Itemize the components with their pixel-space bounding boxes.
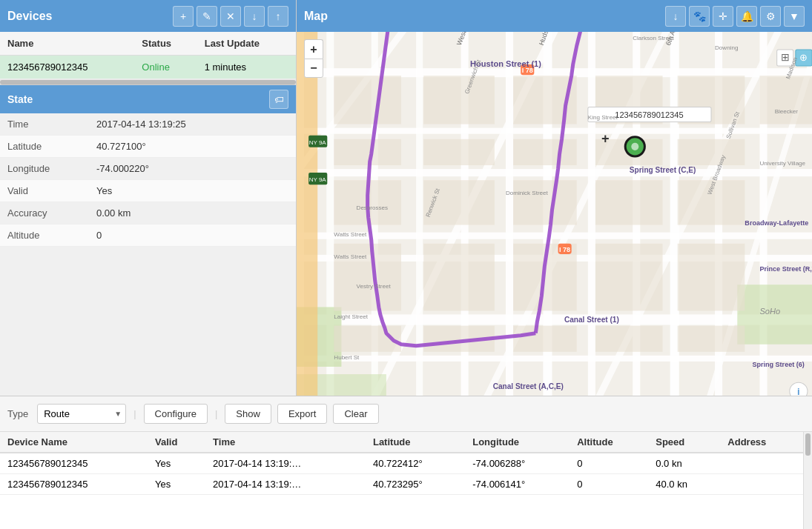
col-valid: Valid — [148, 432, 205, 453]
svg-rect-31 — [423, 76, 495, 124]
zoom-in-button[interactable]: + — [304, 39, 323, 59]
table-row[interactable]: 123456789012345 Online 1 minutes — [0, 56, 296, 79]
tag-button[interactable]: 🏷 — [269, 90, 288, 109]
state-table-container[interactable]: Time 2017-04-14 13:19:25 Latitude 40.727… — [0, 113, 296, 396]
map-area[interactable]: I 78 I 78 Houston Street (1) Spring Stre… — [297, 32, 812, 396]
val-accuracy: 0.00 km — [89, 202, 296, 224]
col-address: Address — [720, 432, 803, 453]
svg-text:Spring Street (6): Spring Street (6) — [752, 361, 804, 368]
attr-longitude: Longitude — [0, 158, 89, 180]
state-row-latitude: Latitude 40.727100° — [0, 136, 296, 158]
attr-altitude: Altitude — [0, 224, 89, 247]
main-layout: Devices + ✎ ✕ ↓ ↑ Name Status Last — [0, 0, 812, 529]
export-button[interactable]: Export — [277, 404, 328, 424]
col-device-name: Device Name — [0, 432, 148, 453]
svg-text:NY 9A: NY 9A — [309, 139, 327, 146]
row1-speed: 0.0 kn — [648, 453, 720, 474]
bottom-section: Type Route Events Trips Stops ▼ | Config… — [0, 396, 812, 529]
svg-text:Bleecker: Bleecker — [775, 108, 799, 115]
row1-time: 2017-04-14 13:19:… — [205, 453, 366, 474]
map-gear-button[interactable]: ⚙ — [760, 6, 781, 27]
svg-rect-30 — [334, 76, 401, 124]
svg-text:⊞: ⊞ — [781, 51, 790, 63]
val-time: 2017-04-14 13:19:25 — [89, 113, 296, 136]
svg-text:Watts Street: Watts Street — [334, 231, 367, 238]
svg-point-68 — [631, 143, 638, 150]
svg-rect-44 — [595, 180, 663, 224]
svg-rect-36 — [334, 139, 401, 165]
devices-table-container: Name Status Last Update 123456789012345 … — [0, 32, 296, 79]
svg-rect-50 — [678, 244, 745, 311]
svg-text:SoHo: SoHo — [759, 307, 780, 316]
device-name-cell: 123456789012345 — [0, 56, 134, 79]
col-time: Time — [205, 432, 366, 453]
map-crosshair-button[interactable]: ✛ — [713, 6, 733, 27]
col-longitude: Longitude — [465, 432, 570, 453]
row1-device-name: 123456789012345 — [0, 453, 148, 474]
svg-text:Laight Street: Laight Street — [334, 313, 368, 320]
svg-text:I 78: I 78 — [559, 246, 570, 253]
device-last-update-cell: 1 minutes — [197, 56, 296, 79]
map-paw-button[interactable]: 🐾 — [689, 6, 710, 27]
attr-accuracy: Accuracy — [0, 202, 89, 224]
devices-title: Devices — [7, 10, 53, 23]
svg-rect-55 — [678, 326, 745, 352]
row2-address — [720, 474, 803, 495]
svg-text:⊕: ⊕ — [799, 52, 808, 63]
svg-text:University Village: University Village — [759, 160, 805, 167]
delete-device-button[interactable]: ✕ — [220, 6, 241, 27]
download-device-button[interactable]: ↓ — [244, 6, 265, 27]
svg-text:Vestry Street: Vestry Street — [357, 283, 392, 290]
state-row-longitude: Longitude -74.000220° — [0, 158, 296, 180]
row2-longitude: -74.006141° — [465, 474, 570, 495]
map-bell-button[interactable]: 🔔 — [736, 6, 757, 27]
col-status: Status — [134, 32, 197, 56]
devices-header-buttons: + ✎ ✕ ↓ ↑ — [173, 6, 288, 27]
svg-text:Canal Street (1): Canal Street (1) — [564, 316, 619, 324]
row2-device-name: 123456789012345 — [0, 474, 148, 495]
attr-time: Time — [0, 113, 89, 136]
upload-device-button[interactable]: ↑ — [268, 6, 288, 27]
device-status-cell: Online — [134, 56, 197, 79]
map-zoom-controls: + − — [304, 39, 323, 78]
svg-text:i: i — [797, 386, 800, 396]
data-row-1[interactable]: 123456789012345 Yes 2017-04-14 13:19:… 4… — [0, 453, 803, 474]
map-svg: I 78 I 78 Houston Street (1) Spring Stre… — [297, 32, 812, 396]
map-download-button[interactable]: ↓ — [665, 6, 686, 27]
devices-scrollbar[interactable] — [0, 79, 296, 85]
map-dropdown-button[interactable]: ▼ — [784, 6, 805, 27]
configure-button[interactable]: Configure — [144, 404, 208, 424]
state-title: State — [7, 93, 33, 105]
data-row-2[interactable]: 123456789012345 Yes 2017-04-14 13:19:… 4… — [0, 474, 803, 495]
svg-text:King Street: King Street — [588, 114, 618, 121]
state-row-altitude: Altitude 0 — [0, 224, 296, 247]
svg-rect-12 — [416, 32, 423, 396]
attr-latitude: Latitude — [0, 136, 89, 158]
data-table: Device Name Valid Time Latitude Longitud… — [0, 432, 803, 495]
data-scrollbar[interactable] — [803, 432, 812, 529]
row2-valid: Yes — [148, 474, 205, 495]
data-table-container[interactable]: Device Name Valid Time Latitude Longitud… — [0, 432, 803, 529]
zoom-out-button[interactable]: − — [304, 59, 323, 78]
val-altitude: 0 — [89, 224, 296, 247]
separator-2: | — [215, 408, 217, 419]
svg-text:Hubert St: Hubert St — [334, 354, 360, 361]
row1-valid: Yes — [148, 453, 205, 474]
edit-device-button[interactable]: ✎ — [197, 6, 217, 27]
add-device-button[interactable]: + — [173, 6, 194, 27]
svg-text:Canal Street (A,C,E): Canal Street (A,C,E) — [493, 382, 564, 390]
val-latitude: 40.727100° — [89, 136, 296, 158]
bottom-toolbar: Type Route Events Trips Stops ▼ | Config… — [0, 396, 812, 432]
type-select[interactable]: Route Events Trips Stops — [37, 404, 126, 424]
show-button[interactable]: Show — [225, 404, 271, 424]
svg-rect-47 — [423, 244, 495, 311]
svg-rect-54 — [595, 326, 663, 352]
col-latitude: Latitude — [366, 432, 465, 453]
clear-button[interactable]: Clear — [333, 404, 378, 424]
svg-text:Desbrosses: Desbrosses — [357, 204, 389, 211]
map-title: Map — [304, 10, 328, 23]
svg-rect-53 — [513, 326, 577, 352]
data-section: Device Name Valid Time Latitude Longitud… — [0, 432, 812, 529]
type-label: Type — [7, 408, 28, 419]
svg-rect-43 — [513, 180, 577, 224]
